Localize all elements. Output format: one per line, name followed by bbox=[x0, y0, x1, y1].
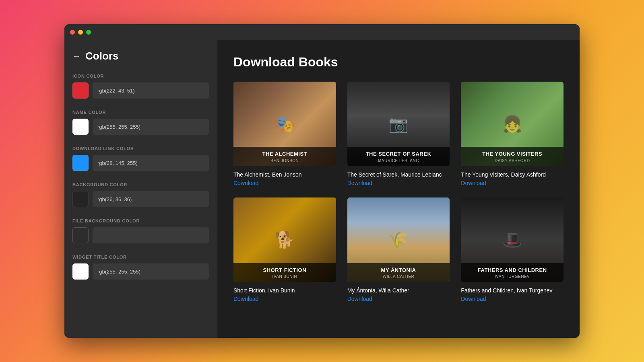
book-cover-title-alchemist: THE ALCHEMIST bbox=[238, 151, 331, 157]
book-cover-short_fiction: 🐕 SHORT FICTION IVAN BUNIN bbox=[233, 197, 336, 282]
color-value-input-name_color[interactable] bbox=[93, 119, 209, 135]
color-swatch-file_background_color[interactable] bbox=[72, 227, 89, 243]
app-window: ← Colors ICON COLOR NAME COLOR DOWNLOAD … bbox=[64, 24, 580, 338]
book-cover-title-visiters: THE YOUNG VISITERS bbox=[466, 151, 559, 157]
book-download-link-short_fiction[interactable]: Download bbox=[233, 296, 336, 302]
book-cover-author-fathers: IVAN TURGENEV bbox=[466, 274, 559, 279]
book-cover-visiters: 👧 THE YOUNG VISITERS DAISY ASHFORD bbox=[461, 82, 564, 166]
book-download-link-alchemist[interactable]: Download bbox=[233, 180, 336, 186]
book-cover-author-sarek: MAURICE LEBLANC bbox=[352, 158, 445, 163]
book-card-visiters: 👧 THE YOUNG VISITERS DAISY ASHFORD The Y… bbox=[461, 82, 564, 186]
close-button[interactable] bbox=[70, 30, 75, 35]
book-card-fathers: 🎩 FATHERS AND CHILDREN IVAN TURGENEV Fat… bbox=[461, 197, 564, 302]
book-cover-title-fathers: FATHERS AND CHILDREN bbox=[466, 267, 559, 274]
color-swatch-widget_title_color[interactable] bbox=[72, 263, 89, 280]
book-name-short_fiction: Short Fiction, Ivan Bunin bbox=[233, 287, 336, 294]
book-cover-author-visiters: DAISY ASHFORD bbox=[466, 158, 559, 163]
book-card-short_fiction: 🐕 SHORT FICTION IVAN BUNIN Short Fiction… bbox=[233, 197, 336, 302]
book-name-antonia: My Ántonia, Willa Cather bbox=[347, 287, 450, 294]
color-swatch-download_link_color[interactable] bbox=[72, 155, 89, 171]
color-section-name_color: NAME COLOR bbox=[72, 110, 209, 135]
book-card-sarek: 📷 THE SECRET OF SAREK MAURICE LEBLANC Th… bbox=[347, 82, 450, 186]
book-name-alchemist: The Alchemist, Ben Jonson bbox=[233, 171, 336, 178]
color-value-input-download_link_color[interactable] bbox=[93, 155, 209, 171]
color-label-icon_color: ICON COLOR bbox=[72, 74, 209, 78]
color-input-row-icon_color bbox=[72, 82, 209, 99]
book-download-link-antonia[interactable]: Download bbox=[347, 296, 450, 302]
book-cover-antonia: 🌾 MY ÁNTONIA WILLA CATHER bbox=[347, 197, 450, 282]
book-cover-overlay-visiters: THE YOUNG VISITERS DAISY ASHFORD bbox=[461, 147, 564, 166]
color-value-input-background_color[interactable] bbox=[93, 191, 209, 207]
color-section-file_background_color: FILE BACKGROUND COLOR bbox=[72, 218, 209, 243]
color-swatch-icon_color[interactable] bbox=[72, 82, 89, 99]
color-label-file_background_color: FILE BACKGROUND COLOR bbox=[72, 218, 209, 223]
book-name-visiters: The Young Visiters, Daisy Ashford bbox=[461, 171, 564, 178]
color-swatch-name_color[interactable] bbox=[72, 119, 89, 135]
color-input-row-background_color bbox=[72, 191, 209, 207]
color-section-download_link_color: DOWNLOAD LINK COLOR bbox=[72, 146, 209, 171]
book-cover-author-alchemist: BEN JONSON bbox=[238, 158, 331, 163]
book-cover-overlay-fathers: FATHERS AND CHILDREN IVAN TURGENEV bbox=[461, 263, 564, 282]
minimize-button[interactable] bbox=[78, 30, 83, 35]
color-label-name_color: NAME COLOR bbox=[72, 110, 209, 115]
window-body: ← Colors ICON COLOR NAME COLOR DOWNLOAD … bbox=[64, 40, 580, 338]
book-cover-overlay-short_fiction: SHORT FICTION IVAN BUNIN bbox=[233, 263, 336, 282]
book-card-antonia: 🌾 MY ÁNTONIA WILLA CATHER My Ántonia, Wi… bbox=[347, 197, 450, 302]
color-sections: ICON COLOR NAME COLOR DOWNLOAD LINK COLO… bbox=[72, 74, 209, 280]
back-button[interactable]: ← bbox=[72, 51, 80, 61]
book-download-link-visiters[interactable]: Download bbox=[461, 180, 564, 186]
color-value-input-file_background_color[interactable] bbox=[93, 227, 209, 243]
main-inner: Download Books 🎭 THE ALCHEMIST BEN JONSO… bbox=[217, 40, 580, 338]
book-cover-overlay-sarek: THE SECRET OF SAREK MAURICE LEBLANC bbox=[347, 147, 450, 166]
main-content: Download Books 🎭 THE ALCHEMIST BEN JONSO… bbox=[217, 40, 580, 338]
color-input-row-name_color bbox=[72, 119, 209, 135]
titlebar bbox=[64, 24, 580, 40]
book-cover-author-short_fiction: IVAN BUNIN bbox=[238, 274, 331, 279]
color-section-background_color: BACKGROUND COLOR bbox=[72, 182, 209, 207]
color-swatch-background_color[interactable] bbox=[72, 191, 89, 207]
color-label-widget_title_color: WIDGET TITLE COLOR bbox=[72, 255, 209, 259]
book-name-fathers: Fathers and Children, Ivan Turgenev bbox=[461, 287, 564, 294]
book-name-sarek: The Secret of Sarek, Maurice Leblanc bbox=[347, 171, 450, 178]
book-cover-overlay-alchemist: THE ALCHEMIST BEN JONSON bbox=[233, 147, 336, 166]
book-cover-overlay-antonia: MY ÁNTONIA WILLA CATHER bbox=[347, 263, 450, 282]
book-download-link-fathers[interactable]: Download bbox=[461, 296, 564, 302]
color-label-background_color: BACKGROUND COLOR bbox=[72, 182, 209, 187]
book-cover-author-antonia: WILLA CATHER bbox=[352, 274, 445, 279]
book-cover-alchemist: 🎭 THE ALCHEMIST BEN JONSON bbox=[233, 82, 336, 166]
page-title: Download Books bbox=[233, 55, 564, 70]
color-input-row-download_link_color bbox=[72, 155, 209, 171]
color-label-download_link_color: DOWNLOAD LINK COLOR bbox=[72, 146, 209, 151]
maximize-button[interactable] bbox=[86, 30, 91, 35]
sidebar: ← Colors ICON COLOR NAME COLOR DOWNLOAD … bbox=[64, 40, 217, 338]
sidebar-title: Colors bbox=[85, 50, 118, 62]
book-cover-sarek: 📷 THE SECRET OF SAREK MAURICE LEBLANC bbox=[347, 82, 450, 166]
sidebar-header: ← Colors bbox=[72, 50, 209, 62]
book-cover-title-short_fiction: SHORT FICTION bbox=[238, 267, 331, 274]
book-card-alchemist: 🎭 THE ALCHEMIST BEN JONSON The Alchemist… bbox=[233, 82, 336, 186]
color-section-icon_color: ICON COLOR bbox=[72, 74, 209, 99]
color-input-row-widget_title_color bbox=[72, 263, 209, 280]
color-value-input-widget_title_color[interactable] bbox=[93, 263, 209, 280]
books-grid: 🎭 THE ALCHEMIST BEN JONSON The Alchemist… bbox=[233, 82, 564, 302]
book-cover-title-sarek: THE SECRET OF SAREK bbox=[352, 151, 445, 157]
book-cover-title-antonia: MY ÁNTONIA bbox=[352, 267, 445, 274]
color-input-row-file_background_color bbox=[72, 227, 209, 243]
book-download-link-sarek[interactable]: Download bbox=[347, 180, 450, 186]
book-cover-fathers: 🎩 FATHERS AND CHILDREN IVAN TURGENEV bbox=[461, 197, 564, 282]
color-section-widget_title_color: WIDGET TITLE COLOR bbox=[72, 255, 209, 280]
color-value-input-icon_color[interactable] bbox=[93, 82, 209, 99]
